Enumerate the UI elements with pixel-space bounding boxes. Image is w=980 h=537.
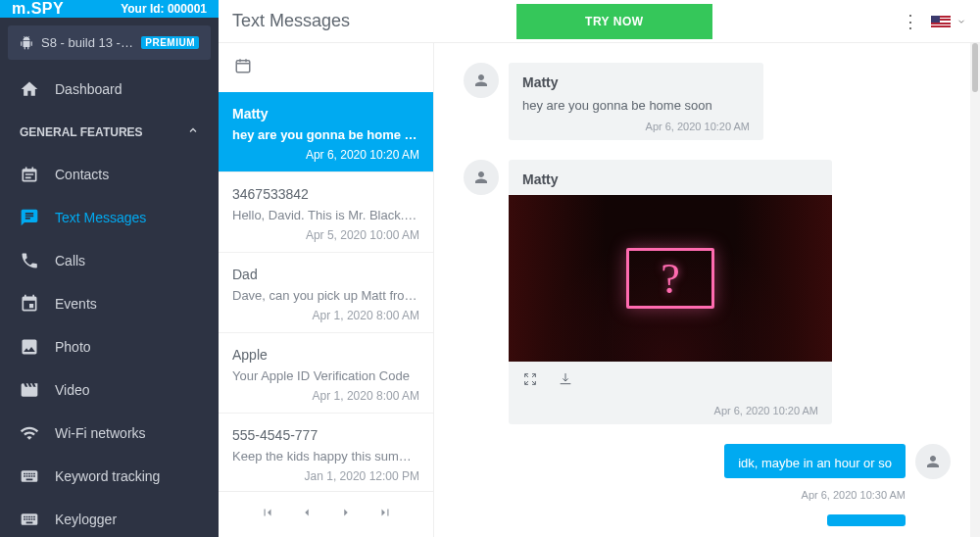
thread-item[interactable]: AppleYour Apple ID Verification CodeApr … [219,333,433,414]
thread-list: Mattyhey are you gonna be home soonApr 6… [219,92,433,491]
calendar-icon [234,57,252,74]
events-icon [20,294,39,314]
chevron-up-icon [187,124,199,139]
calls-icon [20,251,39,270]
message-time: Apr 6, 2020 10:20 AM [522,121,750,132]
sidebar-item-texts[interactable]: Text Messages [0,196,219,239]
sidebar-item-label: Video [55,382,90,398]
language-selector[interactable] [931,16,966,27]
kwtrack-icon [20,466,39,486]
sender-name: Matty [522,74,750,90]
expand-icon [522,371,538,387]
thread-item[interactable]: 555-4545-777Keep the kids happy this sum… [219,414,433,491]
sidebar-section-label: GENERAL FEATURES [20,125,143,139]
user-id: Your Id: 000001 [121,2,207,16]
sidebar-item-label: Wi-Fi networks [55,425,146,441]
texts-icon [20,208,39,227]
try-now-button[interactable]: TRY NOW [516,4,712,39]
message-in: Matty hey are you gonna be home soon Apr… [464,63,951,140]
page-title: Text Messages [232,11,350,31]
expand-button[interactable] [522,371,538,391]
pager-last-button[interactable] [378,506,392,523]
keylogger-icon [20,510,39,529]
sidebar-item-calls[interactable]: Calls [0,239,219,282]
thread-list-panel: Mattyhey are you gonna be home soonApr 6… [219,43,434,537]
sidebar-item-label: Keylogger [55,512,117,527]
thread-item[interactable]: DadDave, can you pick up Matt from schoo… [219,253,433,333]
avatar [464,160,499,195]
device-name: S8 - build 13 -… [41,35,133,50]
thread-item[interactable]: 3467533842Hello, David. This is Mr. Blac… [219,172,433,253]
svg-rect-0 [236,61,250,73]
thread-time: Apr 1, 2020 8:00 AM [232,389,419,403]
sidebar-top: m.SPY Your Id: 000001 [0,0,219,18]
download-button[interactable] [558,371,573,391]
sidebar-item-label: Dashboard [55,81,122,97]
attachment-image[interactable]: ? [509,195,832,362]
scrollbar-thumb[interactable] [972,43,978,92]
sidebar-item-label: Photo [55,339,91,355]
sidebar-item-dashboard[interactable]: Dashboard [0,68,219,111]
sidebar-item-events[interactable]: Events [0,282,219,325]
thread-time: Apr 5, 2020 10:00 AM [232,228,419,242]
pager-first-button[interactable] [261,506,274,523]
message-out: idk, maybe in an hour or so [464,444,951,479]
scrollbar[interactable] [970,43,980,537]
premium-badge: PREMIUM [141,36,199,49]
thread-time: Jan 1, 2020 12:00 PM [232,469,419,483]
thread-time: Apr 1, 2020 8:00 AM [232,309,419,322]
sidebar-item-label: Calls [55,253,85,268]
topbar: Text Messages TRY NOW ⋮ [219,0,980,43]
sidebar-item-contacts[interactable]: Contacts [0,153,219,196]
contacts-icon [20,165,39,184]
chevron-down-icon [956,17,966,26]
sidebar-item-photo[interactable]: Photo [0,325,219,368]
avatar [464,63,499,98]
thread-name: 3467533842 [232,186,419,202]
calendar-filter-button[interactable] [219,43,433,92]
thread-name: 555-4545-777 [232,427,419,443]
message-text: idk, maybe in an hour or so [738,456,892,470]
device-selector[interactable]: S8 - build 13 -… PREMIUM [8,25,211,60]
thread-item[interactable]: Mattyhey are you gonna be home soonApr 6… [219,92,433,172]
person-icon [472,72,490,89]
us-flag-icon [931,16,951,27]
thread-preview: Keep the kids happy this summer with … [232,449,419,464]
message-time: Apr 6, 2020 10:20 AM [509,405,832,420]
avatar [915,444,951,479]
message-in-media: Matty ? Apr 6, 2020 10:20 AM [464,160,951,424]
sidebar-item-keylogger[interactable]: Keylogger [0,498,219,537]
sidebar-section-general[interactable]: GENERAL FEATURES [0,111,219,153]
wifi-icon [20,423,39,443]
thread-preview: Hello, David. This is Mr. Black. I've no… [232,208,419,222]
brand-logo: m.SPY [12,0,64,18]
thread-preview: Dave, can you pick up Matt from schoo… [232,288,419,303]
home-icon [20,79,39,99]
message-bubble-media: Matty ? Apr 6, 2020 10:20 AM [509,160,832,424]
photo-icon [20,337,39,357]
download-icon [558,371,573,387]
sidebar: m.SPY Your Id: 000001 S8 - build 13 -… P… [0,0,219,537]
person-icon [472,169,490,186]
sidebar-item-label: Contacts [55,167,109,182]
sidebar-item-label: Keyword tracking [55,468,160,484]
sidebar-item-video[interactable]: Video [0,368,219,412]
pager [219,491,433,537]
pager-prev-button[interactable] [300,506,314,523]
message-time: Apr 6, 2020 10:30 AM [464,489,906,501]
sidebar-item-kwtrack[interactable]: Keyword tracking [0,455,219,498]
sidebar-item-wifi[interactable]: Wi-Fi networks [0,412,219,455]
sidebar-item-label: Text Messages [55,210,146,225]
thread-name: Dad [232,267,419,282]
content: Mattyhey are you gonna be home soonApr 6… [219,43,980,537]
sender-name: Matty [509,160,832,195]
pager-next-button[interactable] [339,506,353,523]
more-menu-button[interactable]: ⋮ [902,11,919,32]
message-bubble: Matty hey are you gonna be home soon Apr… [509,63,763,140]
person-icon [924,453,942,470]
sidebar-item-label: Events [55,296,97,312]
message-out-partial [464,514,951,537]
thread-name: Apple [232,347,419,363]
thread-preview: hey are you gonna be home soon [232,127,419,142]
message-bubble: idk, maybe in an hour or so [724,444,906,478]
